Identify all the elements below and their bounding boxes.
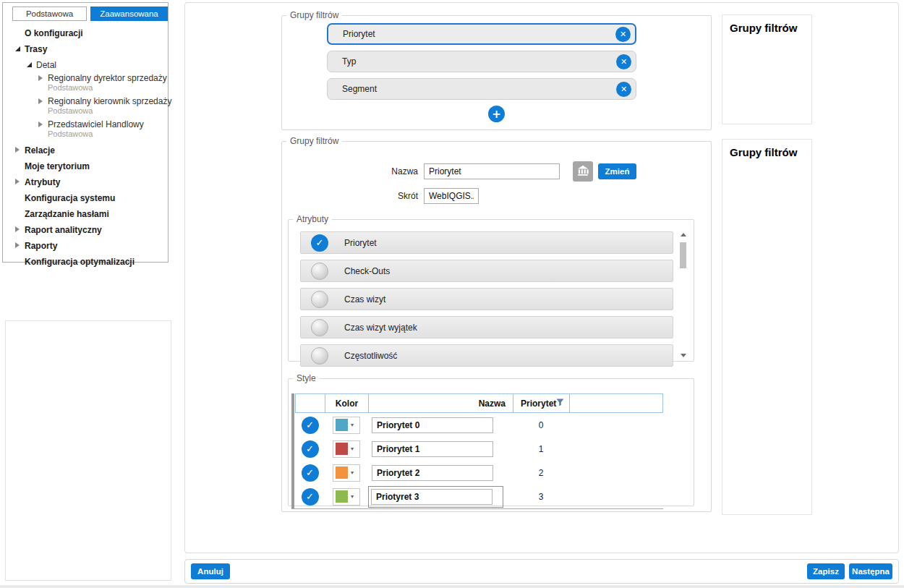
tab-zaawansowana[interactable]: Zaawansowana [90,7,168,21]
tree-item-konfiguracja-systemu[interactable]: Konfiguracja systemu [3,189,168,205]
header-kolor[interactable]: Kolor [325,394,369,412]
tree-item-o-konfiguracji[interactable]: O konfiguracji [3,25,168,41]
remove-filter-group-button[interactable]: ✕ [615,27,631,42]
tree-item-label: Detal [36,61,56,70]
nazwa-input[interactable] [424,163,560,179]
filter-group-editor-fieldset: Grupy filtrów Nazwa Zmień Skrót Atrybuty… [281,136,712,512]
header-nazwa[interactable]: Nazwa [369,394,513,412]
tree-item-moje-terytorium[interactable]: Moje terytorium [3,158,168,174]
attribute-item[interactable]: Check-Outs [300,260,673,282]
attribute-item[interactable]: Częstotliwość [300,344,673,367]
save-button[interactable]: Zapisz [807,563,845,579]
tree-expand-icon[interactable] [13,242,22,248]
style-enabled-check-icon[interactable]: ✓ [302,464,319,482]
styles-table-body: ✓▾0✓▾1✓▾2✓▾3 [291,413,663,508]
tree-item-raporty[interactable]: Raporty [3,237,168,253]
styles-table: Kolor Nazwa Priorytet ✓▾0✓▾1✓▾2 [291,393,663,509]
main-panel: Grupy filtrów Priorytet✕Typ✕Segment✕ + G… [184,2,899,553]
filter-group-row[interactable]: Typ✕ [327,51,636,72]
next-button[interactable]: Następna [849,563,892,579]
change-button[interactable]: Zmień [598,163,636,179]
style-enabled-check-icon[interactable]: ✓ [302,440,319,458]
translations-button[interactable] [573,161,593,182]
tab-podstawowa[interactable]: Podstawowa [12,7,87,21]
attribute-unchecked-icon[interactable] [311,291,328,308]
window-bottom-edge [0,585,904,588]
tree-item-przedstawiciel-handlowy[interactable]: Przedstawiciel HandlowyPodstawowa [3,119,168,142]
app-window: Podstawowa Zaawansowana O konfiguracjiTr… [0,0,904,588]
tree-collapse-icon[interactable] [25,62,33,67]
attribute-unchecked-icon[interactable] [311,263,328,280]
style-name-input[interactable] [372,441,493,457]
color-dropdown[interactable]: ▾ [333,464,360,482]
attribute-unchecked-icon[interactable] [311,319,328,336]
color-swatch [336,466,348,479]
dropdown-caret-icon: ▾ [351,493,354,500]
tree-item-konfiguracja-optymalizacji[interactable]: Konfiguracja optymalizacji [3,253,168,269]
tree-expand-icon[interactable] [36,75,45,81]
bank-building-icon [576,164,589,179]
header-check-column [296,394,325,412]
styles-legend: Style [293,373,320,383]
remove-filter-group-button[interactable]: ✕ [616,54,631,69]
tree-expand-icon[interactable] [13,226,22,232]
tree-item-regionalny-dyrektor-sprzeda-y[interactable]: Regionalny dyrektor sprzedażyPodstawowa [3,72,168,95]
cancel-button[interactable]: Anuluj [191,563,230,579]
attributes-scrollbar[interactable] [680,233,686,357]
style-enabled-check-icon[interactable]: ✓ [302,488,319,506]
add-filter-group-button[interactable]: + [488,106,505,122]
filter-group-row[interactable]: Segment✕ [327,78,636,100]
footer-bar: Anuluj Zapisz Następna [184,559,899,584]
tree-item-label: Regionalny dyrektor sprzedaży [48,74,167,83]
tree-item-label: Trasy [25,45,47,54]
filter-groups-list: Priorytet✕Typ✕Segment✕ [327,23,636,100]
filter-group-label: Typ [328,56,356,67]
styles-fieldset: Style Kolor Nazwa Priorytet [288,373,694,506]
attribute-item[interactable]: ✓Priorytet [300,231,673,254]
filter-group-row[interactable]: Priorytet✕ [327,23,636,45]
scrollbar-up-icon[interactable] [681,233,686,237]
color-dropdown[interactable]: ▾ [333,440,360,458]
style-enabled-check-icon[interactable]: ✓ [302,417,319,434]
tree-item-detal[interactable]: Detal [3,56,168,72]
filter-group-label: Priorytet [328,29,375,39]
attribute-item[interactable]: Czas wizyt [300,288,673,310]
filter-groups-legend: Grupy filtrów [286,10,342,20]
filter-funnel-icon[interactable] [556,399,564,409]
tree-item-atrybuty[interactable]: Atrybuty [3,174,168,189]
style-name-input[interactable] [372,465,493,481]
attribute-item[interactable]: Czas wizyt wyjątek [300,316,673,338]
color-swatch [336,419,348,431]
color-dropdown[interactable]: ▾ [333,417,360,434]
tree-item-relacje[interactable]: Relacje [3,142,168,158]
attribute-unchecked-icon[interactable] [311,347,328,365]
color-dropdown[interactable]: ▾ [333,488,360,506]
right-panel-filter-groups-1: Grupy filtrów [722,14,812,124]
tree-item-zarz-dzanie-has-ami[interactable]: Zarządzanie hasłami [3,205,168,221]
tree-expand-icon[interactable] [36,122,45,127]
tree-expand-icon[interactable] [13,179,22,184]
tree-item-raport-analityczny[interactable]: Raport analityczny [3,221,168,237]
style-name-input[interactable] [372,417,493,433]
tree-expand-icon[interactable] [13,147,22,153]
tree-item-regionalny-kierownik-sprzeda-y[interactable]: Regionalny kierownik sprzedażyPodstawowa [3,95,168,119]
config-tree: O konfiguracjiTrasyDetalRegionalny dyrek… [3,25,168,269]
style-row: ✓▾2 [295,461,663,485]
scrollbar-thumb[interactable] [680,242,686,268]
color-swatch [336,490,348,503]
tree-item-label: Konfiguracja optymalizacji [25,257,135,267]
skrot-input[interactable] [424,188,479,204]
style-name-input[interactable] [371,489,492,505]
attribute-checked-icon[interactable]: ✓ [311,234,328,252]
dropdown-caret-icon: ▾ [351,469,354,476]
tree-item-trasy[interactable]: Trasy [3,41,168,56]
sidebar-panel: Podstawowa Zaawansowana O konfiguracjiTr… [2,2,169,263]
style-priority-value: 0 [513,420,569,430]
tree-item-label: Atrybuty [25,178,60,187]
tree-expand-icon[interactable] [36,98,45,104]
remove-filter-group-button[interactable]: ✕ [616,82,631,97]
tree-item-label: O konfiguracji [25,29,83,38]
header-priorytet[interactable]: Priorytet [513,394,570,412]
tree-collapse-icon[interactable] [13,46,22,51]
scrollbar-down-icon[interactable] [681,354,686,357]
